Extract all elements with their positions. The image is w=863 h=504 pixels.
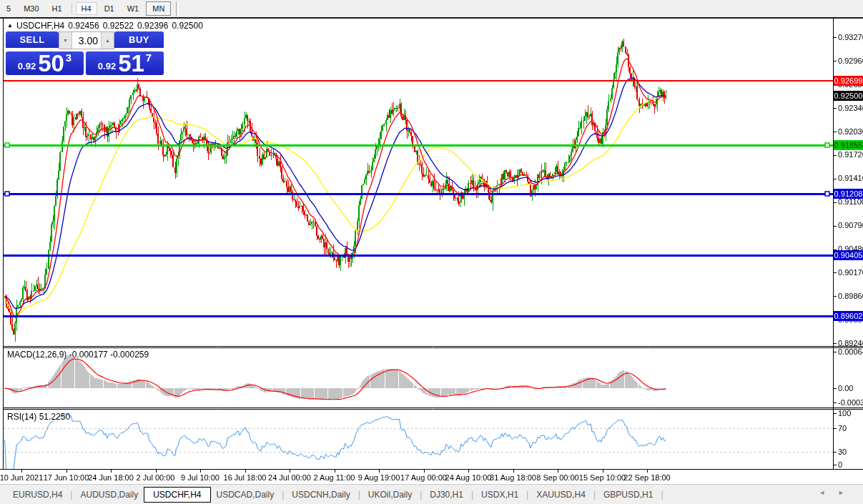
tab-divider: | [593, 490, 596, 500]
buy-button[interactable]: BUY [114, 31, 164, 49]
macd-name: MACD(12,26,9) [7, 350, 66, 360]
tab-divider: | [70, 490, 72, 500]
volume-increase-button[interactable]: ▲ [101, 32, 114, 49]
rsi-value: 51.2250 [39, 412, 70, 422]
macd-values: -0.000177 -0.000259 [69, 350, 149, 360]
chart-tab-dj30-h1[interactable]: DJ30,H1 [428, 487, 465, 503]
chart-title-symbol: USDCHF,H4 [16, 21, 64, 31]
chart-title: ▲ USDCHF,H4 0.92456 0.92522 0.92396 0.92… [7, 21, 203, 31]
chart-title-open: 0.92456 [68, 21, 99, 31]
chart-tab-audusd-daily[interactable]: AUDUSD,Daily [79, 487, 139, 503]
tab-divider: | [420, 490, 422, 500]
tab-scroll-arrows[interactable]: ◄► [819, 489, 857, 496]
tab-divider: | [661, 490, 663, 500]
tab-divider: | [526, 490, 528, 500]
chart-tab-eurusd-h4[interactable]: EURUSD,H4 [11, 487, 64, 503]
sell-price-big: 50 [38, 53, 64, 74]
buy-price-big: 51 [118, 53, 144, 74]
chart-tab-gbpusd-h1[interactable]: GBPUSD,H1 [602, 487, 654, 503]
chart-tab-xauusd-h4[interactable]: XAUUSD,H4 [535, 487, 587, 503]
timeframe-button-d1[interactable]: D1 [99, 2, 120, 15]
chart-tab-ukoil-daily[interactable]: UKOil,Daily [367, 487, 413, 503]
buy-price-display[interactable]: 0.92 51 7 [86, 51, 164, 75]
tab-divider: | [282, 490, 284, 500]
rsi-indicator-label: RSI(14) 51.2250 [7, 412, 70, 422]
toolbar-separator [71, 3, 72, 14]
sell-price-sup: 3 [66, 51, 71, 64]
chart-title-low: 0.92396 [137, 21, 168, 31]
chart-tab-usdcad-daily[interactable]: USDCAD,Daily [215, 487, 276, 503]
toolbar-drag-handle [176, 1, 179, 16]
timeframe-button-5[interactable]: 5 [1, 2, 16, 15]
sell-button[interactable]: SELL [6, 31, 59, 49]
buy-price-prefix: 0.92 [98, 61, 116, 71]
volume-stepper: ▼ ▲ [59, 31, 114, 49]
chart-title-high: 0.92522 [103, 21, 134, 31]
volume-input[interactable] [72, 32, 101, 49]
collapse-triangle-icon: ▲ [7, 22, 13, 29]
timeframe-button-h1[interactable]: H1 [46, 2, 68, 15]
chart-tab-usdcnh-daily[interactable]: USDCNH,Daily [290, 487, 351, 503]
timeframe-button-h4[interactable]: H4 [76, 2, 97, 15]
macd-indicator-label: MACD(12,26,9) -0.000177 -0.000259 [7, 350, 149, 360]
sell-price-prefix: 0.92 [18, 61, 36, 71]
chart-tab-usdchf-h4[interactable]: USDCHF,H4 [144, 487, 210, 503]
one-click-trading-panel: SELL ▼ ▲ BUY 0.92 50 3 0.92 51 7 [6, 31, 164, 75]
tab-divider: | [471, 490, 473, 500]
sell-price-display[interactable]: 0.92 50 3 [6, 51, 84, 75]
chart-tab-bar: EURUSD,H4|AUDUSD,DailyUSDCHF,H4USDCAD,Da… [0, 484, 863, 504]
timeframe-button-w1[interactable]: W1 [122, 2, 145, 15]
chart-tab-usdx-h1[interactable]: USDX,H1 [480, 487, 520, 503]
chart-title-close: 0.92500 [172, 21, 202, 31]
timeframe-toolbar: 5M30H1H4D1W1MN [0, 0, 863, 17]
timeframe-button-mn[interactable]: MN [146, 1, 171, 16]
volume-decrease-button[interactable]: ▼ [59, 32, 72, 49]
buy-price-sup: 7 [146, 51, 152, 64]
chart-window-border [0, 17, 863, 19]
timeframe-button-m30[interactable]: M30 [18, 2, 44, 15]
tab-divider: | [358, 490, 360, 500]
rsi-name: RSI(14) [7, 412, 36, 422]
